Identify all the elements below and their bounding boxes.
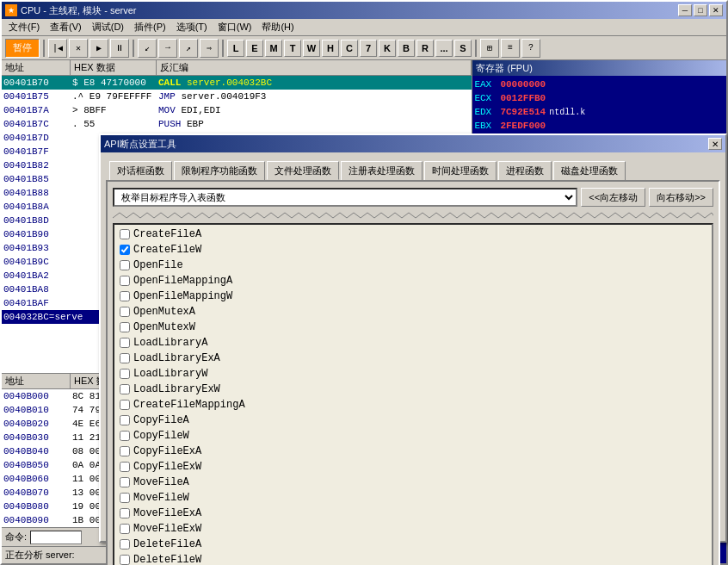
check-item-OpenMutexW[interactable]: OpenMutexW (116, 320, 710, 335)
label-CopyFileW[interactable]: CopyFileW (133, 430, 189, 442)
move-left-button[interactable]: <<向左移动 (581, 188, 645, 207)
checkbox-MoveFileW[interactable] (120, 493, 130, 503)
label-OpenFileMappingW[interactable]: OpenFileMappingW (133, 290, 232, 302)
menu-window[interactable]: 窗口(W) (213, 19, 257, 35)
check-item-DeleteFileA[interactable]: DeleteFileA (116, 537, 710, 552)
label-DeleteFileA[interactable]: DeleteFileA (133, 538, 201, 550)
check-item-MoveFileExA[interactable]: MoveFileExA (116, 506, 710, 521)
toolbar-S[interactable]: S (454, 40, 472, 57)
toolbar-R[interactable]: R (416, 40, 434, 57)
label-OpenMutexA[interactable]: OpenMutexA (133, 306, 195, 318)
check-item-MoveFileExW[interactable]: MoveFileExW (116, 521, 710, 537)
label-LoadLibraryExW[interactable]: LoadLibraryExW (133, 383, 220, 395)
checkbox-OpenFileMappingA[interactable] (120, 276, 130, 286)
menu-help[interactable]: 帮助(H) (256, 19, 299, 35)
minimize-button[interactable]: ─ (678, 4, 692, 16)
toolbar-list[interactable]: ≡ (501, 39, 520, 58)
checkbox-CopyFileW[interactable] (120, 431, 130, 441)
check-item-CopyFileW[interactable]: CopyFileW (116, 428, 710, 444)
function-checklist[interactable]: CreateFileA CreateFileW OpenFile OpenFil… (113, 223, 713, 565)
check-item-LoadLibraryW[interactable]: LoadLibraryW (116, 366, 710, 382)
toolbar-run-to[interactable]: ⇒ (200, 39, 219, 58)
toolbar-C[interactable]: C (341, 40, 358, 57)
toolbar-W[interactable]: W (303, 40, 320, 57)
toolbar-dots[interactable]: ... (435, 40, 453, 57)
function-dropdown[interactable]: 枚举目标程序导入表函数 (113, 188, 577, 207)
toolbar-step-out[interactable]: ↗ (179, 39, 198, 58)
toolbar-back[interactable]: ✕ (69, 39, 88, 58)
label-MoveFileExW[interactable]: MoveFileExW (133, 523, 201, 535)
check-item-CreateFileW[interactable]: CreateFileW (116, 242, 710, 258)
toolbar-L[interactable]: L (227, 40, 244, 57)
toolbar-M[interactable]: M (265, 40, 282, 57)
checkbox-LoadLibraryA[interactable] (120, 338, 130, 348)
check-item-LoadLibraryExW[interactable]: LoadLibraryExW (116, 382, 710, 397)
toolbar-help[interactable]: ? (521, 39, 540, 58)
check-item-CreateFileMappingA[interactable]: CreateFileMappingA (116, 397, 710, 413)
check-item-OpenFileMappingA[interactable]: OpenFileMappingA (116, 273, 710, 289)
label-LoadLibraryExA[interactable]: LoadLibraryExA (133, 352, 220, 364)
toolbar-grid[interactable]: ⊞ (480, 39, 499, 58)
label-MoveFileA[interactable]: MoveFileA (133, 476, 189, 488)
checkbox-CreateFileA[interactable] (120, 229, 130, 239)
menu-debug[interactable]: 调试(D) (87, 19, 129, 35)
checkbox-LoadLibraryW[interactable] (120, 369, 130, 379)
toolbar-rewind[interactable]: |◀ (48, 39, 67, 58)
check-item-MoveFileA[interactable]: MoveFileA (116, 475, 710, 490)
check-item-LoadLibraryA[interactable]: LoadLibraryA (116, 335, 710, 351)
check-item-LoadLibraryExA[interactable]: LoadLibraryExA (116, 351, 710, 366)
dialog-close-button[interactable]: ✕ (708, 138, 722, 150)
tab-limit-functions[interactable]: 限制程序功能函数 (174, 161, 265, 180)
checkbox-CopyFileExA[interactable] (120, 446, 130, 456)
check-item-CopyFileExA[interactable]: CopyFileExA (116, 444, 710, 459)
checkbox-DeleteFileW[interactable] (120, 555, 130, 565)
tab-dialog-functions[interactable]: 对话框函数 (109, 161, 172, 180)
label-DeleteFileW[interactable]: DeleteFileW (133, 554, 201, 565)
tab-file-functions[interactable]: 文件处理函数 (267, 161, 339, 180)
label-MoveFileExA[interactable]: MoveFileExA (133, 507, 201, 519)
command-input[interactable] (30, 531, 82, 544)
tab-disk-functions[interactable]: 磁盘处理函数 (553, 161, 626, 180)
label-OpenFile[interactable]: OpenFile (133, 259, 183, 271)
label-CreateFileW[interactable]: CreateFileW (133, 244, 201, 256)
label-OpenMutexW[interactable]: OpenMutexW (133, 321, 195, 333)
label-LoadLibraryW[interactable]: LoadLibraryW (133, 368, 207, 380)
disasm-row[interactable]: 00401B7A > 8BFF MOV EDI,EDI (2, 103, 472, 117)
tab-registry-functions[interactable]: 注册表处理函数 (341, 161, 423, 180)
label-CreateFileMappingA[interactable]: CreateFileMappingA (133, 399, 245, 411)
label-CreateFileA[interactable]: CreateFileA (133, 228, 201, 240)
close-button[interactable]: ✕ (709, 4, 723, 16)
checkbox-MoveFileExW[interactable] (120, 524, 130, 534)
menu-options[interactable]: 选项(T) (171, 19, 213, 35)
check-item-OpenMutexA[interactable]: OpenMutexA (116, 304, 710, 320)
toolbar-B[interactable]: B (398, 40, 415, 57)
disasm-row[interactable]: 00401B75 .^ E9 79FEFFFF JMP server.00401… (2, 90, 472, 103)
checkbox-OpenMutexA[interactable] (120, 307, 130, 317)
check-item-CopyFileA[interactable]: CopyFileA (116, 413, 710, 428)
checkbox-DeleteFileA[interactable] (120, 539, 130, 549)
disasm-row[interactable]: 00401B7C . 55 PUSH EBP (2, 117, 472, 131)
check-item-CreateFileA[interactable]: CreateFileA (116, 227, 710, 242)
toolbar-play[interactable]: ▶ (89, 39, 108, 58)
checkbox-MoveFileA[interactable] (120, 477, 130, 487)
pause-button[interactable]: 暂停 (5, 39, 40, 58)
toolbar-T[interactable]: T (284, 40, 301, 57)
check-item-MoveFileW[interactable]: MoveFileW (116, 490, 710, 506)
toolbar-step-into[interactable]: ↙ (138, 39, 157, 58)
check-item-DeleteFileW[interactable]: DeleteFileW (116, 552, 710, 565)
tab-process-functions[interactable]: 进程函数 (498, 161, 552, 180)
label-CopyFileExW[interactable]: CopyFileExW (133, 461, 201, 473)
check-item-OpenFile[interactable]: OpenFile (116, 258, 710, 273)
menu-view[interactable]: 查看(V) (45, 19, 87, 35)
checkbox-OpenMutexW[interactable] (120, 322, 130, 332)
checkbox-CreateFileW[interactable] (120, 245, 130, 255)
checkbox-OpenFileMappingW[interactable] (120, 291, 130, 301)
toolbar-E[interactable]: E (246, 40, 263, 57)
label-LoadLibraryA[interactable]: LoadLibraryA (133, 337, 207, 349)
menu-file[interactable]: 文件(F) (3, 19, 45, 35)
label-OpenFileMappingA[interactable]: OpenFileMappingA (133, 275, 232, 287)
move-right-button[interactable]: 向右移动>> (649, 188, 713, 207)
checkbox-CopyFileA[interactable] (120, 415, 130, 425)
toolbar-K[interactable]: K (379, 40, 396, 57)
menu-plugin[interactable]: 插件(P) (129, 19, 171, 35)
